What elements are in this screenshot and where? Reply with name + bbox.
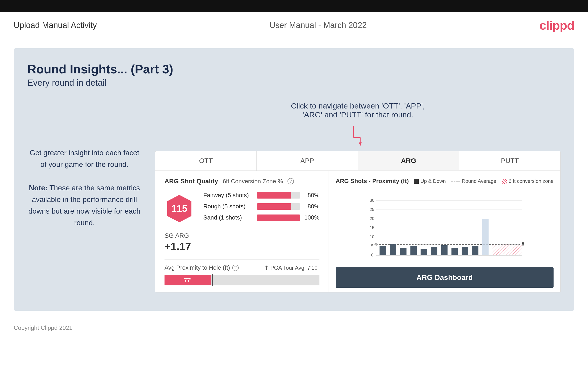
- round-insights-card: OTT APP ARG PUTT ARG Shot Quality 6ft Co…: [155, 151, 561, 292]
- legend-updown-icon: [414, 179, 419, 184]
- sand-bar-container: [257, 215, 300, 221]
- fairway-bar-container: [257, 192, 300, 199]
- card-right-section: ARG Shots - Proximity (ft) Up & Down: [329, 171, 560, 292]
- footer: Copyright Clippd 2021: [0, 320, 588, 336]
- legend-updown: Up & Down: [414, 178, 446, 184]
- svg-text:30: 30: [370, 198, 374, 203]
- top-bar: [0, 0, 588, 12]
- legend-6ft-label: 6 ft conversion zone: [509, 178, 553, 184]
- proximity-header: Avg Proximity to Hole (ft) ? ⬆ PGA Tour …: [164, 264, 320, 271]
- annotation-arrow: [349, 124, 367, 147]
- svg-rect-24: [380, 246, 386, 255]
- svg-rect-26: [400, 248, 406, 255]
- svg-rect-31: [451, 248, 458, 255]
- proximity-section: Avg Proximity to Hole (ft) ? ⬆ PGA Tour …: [164, 259, 320, 285]
- tab-ott[interactable]: OTT: [156, 151, 257, 170]
- insight-text: Get greater insight into each facet of y…: [27, 147, 141, 229]
- legend-round-avg: Round Average: [451, 178, 496, 184]
- fairway-pct: 80%: [303, 192, 320, 199]
- svg-rect-33: [472, 246, 478, 255]
- chart-legend: Up & Down Round Average: [414, 178, 553, 184]
- shot-quality-bars: Fairway (5 shots) 80% Rough (5 shots): [203, 192, 320, 225]
- svg-rect-32: [462, 247, 468, 255]
- legend-updown-label: Up & Down: [421, 178, 446, 184]
- svg-text:25: 25: [370, 207, 374, 212]
- legend-6ft: 6 ft conversion zone: [502, 178, 553, 184]
- tab-app[interactable]: APP: [257, 151, 358, 170]
- nav-annotation: Click to navigate between 'OTT', 'APP', …: [155, 101, 561, 119]
- chart-header: ARG Shots - Proximity (ft) Up & Down: [336, 178, 553, 185]
- svg-rect-29: [431, 247, 437, 255]
- annotation-line2: 'ARG' and 'PUTT' for that round.: [291, 110, 425, 119]
- hexagon-container: 115 Fairway (5 shots) 80%: [164, 192, 320, 225]
- sg-section: SG ARG +1.17: [164, 232, 320, 253]
- doc-title: User Manual - March 2022: [269, 21, 367, 30]
- shot-quality-title: ARG Shot Quality: [164, 178, 218, 185]
- hexagon-score: 115: [171, 203, 187, 214]
- proximity-title: Avg Proximity to Hole (ft) ?: [164, 264, 239, 271]
- card-left-section: ARG Shot Quality 6ft Conversion Zone % ?…: [156, 171, 329, 292]
- pga-avg: ⬆ PGA Tour Avg: 7'10": [264, 265, 320, 271]
- legend-round-avg-label: Round Average: [462, 178, 496, 184]
- svg-marker-22: [375, 243, 378, 246]
- svg-marker-3: [359, 142, 362, 146]
- svg-text:10: 10: [370, 234, 374, 239]
- help-icon[interactable]: ?: [287, 178, 294, 184]
- proximity-cursor: [212, 274, 213, 286]
- proximity-value: 77': [184, 277, 191, 283]
- sand-pct: 100%: [303, 214, 320, 221]
- annotation-line1: Click to navigate between 'OTT', 'APP',: [291, 101, 425, 110]
- svg-rect-35: [493, 249, 499, 255]
- legend-6ft-icon: [502, 179, 507, 184]
- tab-arg[interactable]: ARG: [358, 151, 459, 170]
- svg-rect-27: [410, 246, 417, 255]
- tab-putt[interactable]: PUTT: [459, 151, 560, 170]
- tab-bar: OTT APP ARG PUTT: [156, 151, 560, 171]
- rough-pct: 80%: [303, 203, 320, 210]
- svg-rect-28: [421, 249, 427, 255]
- arg-dashboard-button[interactable]: ARG Dashboard: [336, 267, 553, 288]
- content-layout: Get greater insight into each facet of y…: [27, 101, 561, 292]
- svg-text:5: 5: [371, 244, 373, 248]
- sand-row: Sand (1 shots) 100%: [203, 214, 320, 221]
- note-label: Note:: [29, 184, 48, 192]
- main-content: Round Insights... (Part 3) Every round i…: [14, 48, 574, 311]
- card-body: ARG Shot Quality 6ft Conversion Zone % ?…: [156, 171, 560, 292]
- page-subtitle: Every round in detail: [27, 78, 561, 88]
- svg-text:8: 8: [522, 242, 524, 246]
- upload-manual-activity-link[interactable]: Upload Manual Activity: [14, 21, 97, 30]
- sg-label: SG ARG: [164, 232, 320, 239]
- svg-text:20: 20: [370, 216, 374, 221]
- rough-bar-container: [257, 203, 300, 210]
- svg-rect-37: [513, 247, 519, 255]
- svg-rect-30: [441, 245, 448, 255]
- legend-dashed-icon: [451, 181, 460, 182]
- proximity-help-icon[interactable]: ?: [232, 265, 239, 271]
- chart-area: 0 5 10 15 20 25 30: [336, 189, 553, 263]
- fairway-row: Fairway (5 shots) 80%: [203, 192, 320, 199]
- sand-label: Sand (1 shots): [203, 214, 253, 221]
- rough-row: Rough (5 shots) 80%: [203, 203, 320, 210]
- rough-bar: [257, 203, 291, 210]
- copyright-text: Copyright Clippd 2021: [14, 324, 72, 331]
- svg-text:0: 0: [371, 253, 373, 257]
- right-panel: Click to navigate between 'OTT', 'APP', …: [155, 101, 561, 292]
- section-header: ARG Shot Quality 6ft Conversion Zone % ?: [164, 178, 320, 185]
- proximity-bar-container: 77': [164, 275, 320, 285]
- fairway-label: Fairway (5 shots): [203, 192, 253, 199]
- rough-label: Rough (5 shots): [203, 203, 253, 210]
- svg-rect-25: [390, 244, 396, 255]
- chart-title: ARG Shots - Proximity (ft): [336, 178, 409, 185]
- page-title: Round Insights... (Part 3): [27, 62, 561, 76]
- sg-value: +1.17: [164, 240, 320, 253]
- svg-rect-36: [503, 248, 509, 255]
- left-panel: Get greater insight into each facet of y…: [27, 101, 141, 292]
- svg-rect-34: [482, 219, 489, 255]
- header: Upload Manual Activity User Manual - Mar…: [0, 12, 588, 39]
- proximity-bar: 77': [164, 275, 211, 285]
- svg-text:15: 15: [370, 225, 374, 230]
- fairway-bar: [257, 192, 291, 199]
- score-hexagon: 115: [164, 194, 194, 223]
- sand-bar: [257, 215, 300, 221]
- arrow-container: [155, 124, 561, 147]
